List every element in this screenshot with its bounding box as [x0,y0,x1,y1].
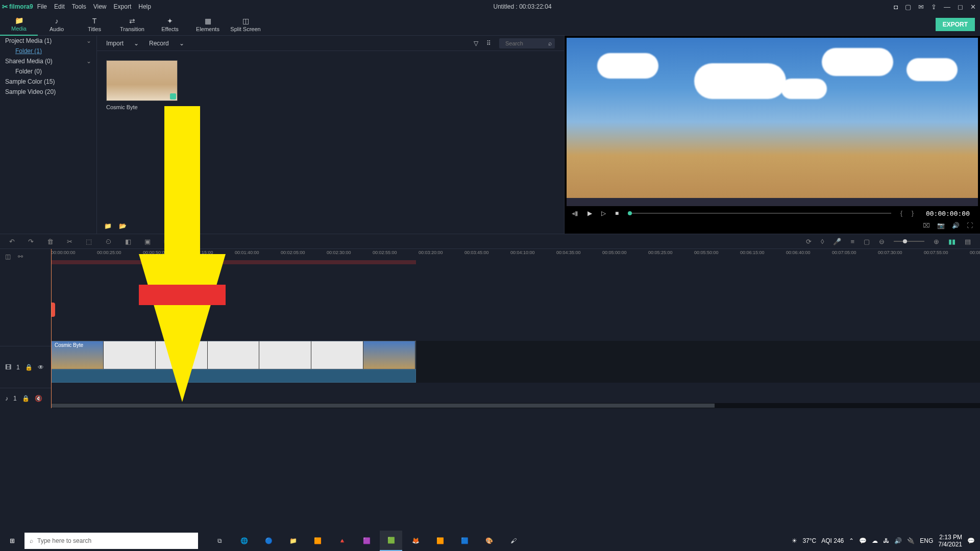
zoom-out-icon[interactable]: ⊖ [879,238,885,245]
video-track-head[interactable]: 🎞 1 🔒 👁 [0,346,51,388]
chrome-icon[interactable]: 🔵 [257,531,280,551]
color-icon[interactable]: ◧ [125,238,131,245]
powerpoint-icon[interactable]: 🟧 [306,531,329,551]
auto-ripple-icon[interactable]: ◫ [5,253,11,260]
task-view-icon[interactable]: ⧉ [208,531,231,551]
onedrive-icon[interactable]: ☁ [872,537,878,544]
word-icon[interactable]: 🟦 [453,531,476,551]
timeline-clip-audio[interactable] [51,369,416,383]
vlc-icon[interactable]: 🔺 [331,531,353,551]
zoom-in-icon[interactable]: ⊕ [934,238,939,245]
crop-icon[interactable]: ⬚ [86,238,92,245]
voiceover-icon[interactable]: 🎤 [833,238,841,245]
meet-now-icon[interactable]: 💬 [859,537,867,544]
speed-icon[interactable]: ⏲ [105,238,112,245]
battery-icon[interactable]: 🔌 [907,537,915,544]
zoom-slider[interactable] [894,241,924,242]
message-icon[interactable]: ✉ [918,3,924,11]
import-dropdown[interactable]: Import ⌄ [106,40,139,47]
close-icon[interactable]: ✕ [970,3,976,11]
manage-tracks-icon[interactable]: ▤ [965,238,971,245]
menu-file[interactable]: File [37,3,47,10]
language-label[interactable]: ENG [920,537,933,544]
add-folder-icon[interactable]: 📂 [119,222,127,230]
lock-icon[interactable]: 🔒 [25,364,33,371]
lock-icon[interactable]: 🔒 [22,395,30,402]
prev-frame-icon[interactable]: ◂▮ [572,210,578,217]
volume-tray-icon[interactable]: 🔊 [894,537,902,544]
menu-help[interactable]: Help [138,3,151,10]
tray-expand-icon[interactable]: ⌃ [849,537,854,544]
snapshot-to-icon[interactable]: ⌧ [923,222,930,229]
green-screen-icon[interactable]: ▣ [144,238,151,245]
snapshot-icon[interactable]: 📷 [937,222,945,229]
notifications-icon[interactable]: 💬 [967,537,975,544]
export-button[interactable]: EXPORT [936,18,975,31]
save-icon[interactable]: ▢ [905,3,911,11]
network-icon[interactable]: 🖧 [883,537,889,544]
menu-view[interactable]: View [93,3,107,10]
explorer-icon[interactable]: 📁 [282,531,304,551]
cut-icon[interactable]: ✂ [67,238,72,245]
mark-in-icon[interactable]: { [900,210,902,217]
volume-icon[interactable]: 🔊 [952,222,960,229]
start-button[interactable]: ⊞ [0,531,24,551]
app-icon[interactable]: 🎨 [478,531,500,551]
menu-tools[interactable]: Tools [72,3,86,10]
timeline-right[interactable]: 00:00:00:0000:00:25:0000:00:50:0000:01:1… [51,249,980,408]
sidebar-folder-sub[interactable]: Folder (0) [0,66,96,77]
audio-track-head[interactable]: ♪ 1 🔒 🔇 [0,388,51,408]
media-clip[interactable]: Cosmic Byte [106,60,178,110]
tab-titles[interactable]: T Titles [76,13,113,36]
sublime-icon[interactable]: 🟧 [429,531,451,551]
fullscreen-icon[interactable]: ⛶ [967,222,973,229]
aqi-label[interactable]: AQI 246 [821,537,844,544]
adjust-icon[interactable]: ≡ [164,238,168,245]
photos-icon[interactable]: 🟪 [355,531,378,551]
account-icon[interactable]: ◘ [894,3,898,11]
tab-splitscreen[interactable]: ◫ Split Screen [227,13,264,36]
mute-icon[interactable]: 🔇 [35,395,42,402]
tab-transition[interactable]: ⇄ Transition [113,13,151,36]
render-icon[interactable]: ⟳ [806,238,812,245]
paint-icon[interactable]: 🖌 [502,531,525,551]
tracks-area[interactable]: Cosmic Byte [51,264,980,408]
record-dropdown[interactable]: Record ⌄ [149,40,184,47]
scrollbar-thumb[interactable] [51,404,715,408]
redo-icon[interactable]: ↷ [28,238,34,245]
eye-icon[interactable]: 👁 [38,364,44,371]
link-icon[interactable]: ⚯ [18,253,23,260]
menu-export[interactable]: Export [114,3,132,10]
new-folder-icon[interactable]: 📁 [104,222,112,230]
stop-icon[interactable]: ■ [615,210,619,217]
search-input[interactable] [502,38,548,48]
play-icon[interactable]: ▶ [587,210,592,217]
play-alt-icon[interactable]: ▷ [601,210,606,217]
tab-effects[interactable]: ✦ Effects [151,13,189,36]
delete-icon[interactable]: 🗑 [47,238,54,245]
sidebar-shared-media[interactable]: Shared Media (0) ⌄ [0,56,96,66]
tab-media[interactable]: 📁 Media [0,13,38,36]
minimize-icon[interactable]: — [944,3,950,11]
video-track[interactable]: Cosmic Byte [51,341,980,383]
collapse-tab[interactable] [51,303,55,317]
sidebar-folder-link[interactable]: Folder (1) [0,46,96,56]
marker-icon[interactable]: ◊ [821,238,824,245]
mixer-icon[interactable]: ≡ [850,238,854,245]
firefox-icon[interactable]: 🦊 [404,531,427,551]
weather-icon[interactable]: ☀ [792,537,797,544]
taskbar-search[interactable]: ⌕ Type here to search [24,533,198,549]
tab-audio[interactable]: ♪ Audio [38,13,76,36]
timeline-ruler[interactable]: 00:00:00:0000:00:25:0000:00:50:0000:01:1… [51,249,980,264]
filmora-icon[interactable]: 🟩 [380,531,402,551]
mark-out-icon[interactable]: } [912,210,914,217]
grid-view-icon[interactable]: ⠿ [486,40,491,47]
filter-icon[interactable]: ▽ [474,40,478,47]
search-icon[interactable]: ⌕ [548,40,552,47]
undo-icon[interactable]: ↶ [9,238,15,245]
crop-tool-icon[interactable]: ▢ [864,238,870,245]
timeline-scrollbar[interactable] [51,403,980,408]
search-wrap[interactable]: ⌕ [499,38,555,48]
timeline-clip[interactable]: Cosmic Byte [51,341,416,369]
tab-elements[interactable]: ▦ Elements [189,13,227,36]
